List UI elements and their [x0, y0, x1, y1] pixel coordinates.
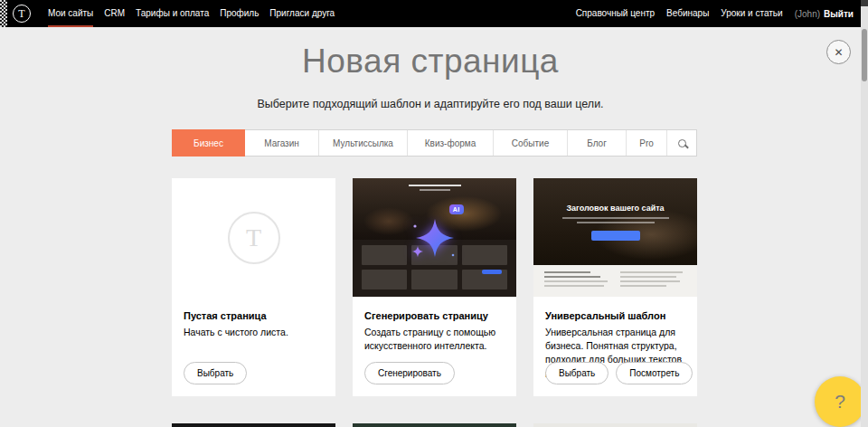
nav-my-sites[interactable]: Мои сайты: [48, 0, 93, 27]
tab-search[interactable]: [666, 130, 697, 156]
secondary-menu: Справочный центр Вебинары Уроки и статьи…: [576, 0, 854, 27]
logout-link[interactable]: Выйти: [824, 9, 854, 19]
preview-cta-button: [591, 231, 640, 241]
universal-template-preview: Заголовок вашего сайта: [533, 178, 697, 297]
preview-text-section: [533, 265, 697, 287]
decor-line: [544, 271, 590, 273]
template-card-partial: [533, 423, 697, 427]
tab-multilink[interactable]: Мультиссылка: [318, 130, 407, 156]
nav-tariffs-payment[interactable]: Тарифы и оплата: [136, 0, 209, 27]
preview-text-column: [620, 271, 687, 287]
decor-line: [620, 280, 680, 282]
template-card-blank: T Пустая страница Начать с чистого листа…: [172, 178, 335, 396]
template-card-ai-generate: AI Сгенерировать страницу Создать страни…: [353, 178, 516, 396]
preview-text-column: [544, 271, 611, 287]
partial-preview: [533, 423, 697, 427]
ai-star-icon: [408, 211, 462, 265]
template-category-tabs: Бизнес Магазин Мультиссылка Квиз-форма С…: [172, 129, 697, 157]
page-scrollbar[interactable]: [861, 0, 868, 427]
card-title: Универсальный шаблон: [533, 297, 697, 321]
decor-line: [409, 185, 461, 186]
template-card-universal: Заголовок вашего сайта: [533, 178, 697, 396]
nav-profile[interactable]: Профиль: [220, 0, 259, 27]
screen-edge-artifact: [0, 0, 7, 27]
preview-tile: [462, 245, 507, 265]
close-button[interactable]: ✕: [826, 40, 851, 64]
tab-pro[interactable]: Pro: [626, 130, 666, 156]
tilda-logo[interactable]: T: [13, 5, 31, 23]
scrollbar-top-cap: [861, 0, 868, 6]
template-card-partial: [353, 423, 516, 427]
decor-line: [544, 280, 608, 282]
decor-line: [544, 285, 604, 287]
decor-line: [620, 271, 684, 273]
decor-line: [620, 285, 666, 287]
preview-heading-lines: [353, 185, 516, 191]
generate-button[interactable]: Сгенерировать: [364, 362, 455, 384]
watermark-letter: T: [246, 223, 261, 252]
decor-line: [562, 217, 669, 219]
card-title: Пустая страница: [172, 297, 335, 321]
tab-event[interactable]: Событие: [493, 130, 567, 156]
nav-crm[interactable]: CRM: [104, 0, 125, 27]
tab-shop[interactable]: Магазин: [245, 130, 318, 156]
decor-line: [620, 276, 676, 278]
preview-site-heading: Заголовок вашего сайта: [566, 204, 664, 213]
preview-tile: [362, 245, 407, 265]
page-subtitle: Выберите подходящий шаблон и адаптируйте…: [0, 98, 861, 110]
nav-invite-friend[interactable]: Пригласи друга: [269, 0, 335, 27]
nav-lessons-articles[interactable]: Уроки и статьи: [721, 0, 782, 27]
tilda-watermark-icon: T: [228, 212, 280, 264]
user-session: (John) Выйти: [795, 9, 854, 19]
preview-hero-section: Заголовок вашего сайта: [533, 178, 697, 265]
partial-preview: [172, 423, 335, 427]
choose-blank-button[interactable]: Выбрать: [184, 362, 247, 384]
template-card-partial: [172, 423, 335, 427]
page-title: Новая страница: [0, 43, 861, 81]
help-button[interactable]: ?: [815, 376, 865, 427]
tab-business[interactable]: Бизнес: [172, 129, 245, 157]
card-actions: Сгенерировать: [364, 362, 455, 384]
card-actions: Выбрать Посмотреть: [545, 362, 693, 384]
view-universal-button[interactable]: Посмотреть: [616, 362, 693, 384]
decor-line: [544, 276, 600, 278]
decor-line: [420, 189, 450, 191]
preview-blue-button: [482, 270, 502, 274]
preview-tile: [411, 270, 457, 289]
ai-badge: AI: [449, 204, 464, 214]
tab-quiz-form[interactable]: Квиз-форма: [407, 130, 493, 156]
card-description: Начать с чистого листа.: [172, 321, 335, 339]
ai-generate-preview: AI: [353, 178, 516, 297]
nav-help-center[interactable]: Справочный центр: [576, 0, 655, 27]
card-title: Сгенерировать страницу: [353, 297, 516, 321]
preview-tile: [362, 270, 407, 289]
card-description: Создать страницу с помощью искусственног…: [353, 321, 516, 353]
nav-webinars[interactable]: Вебинары: [666, 0, 709, 27]
decor-line: [577, 222, 655, 223]
card-actions: Выбрать: [184, 362, 247, 384]
username: (John): [795, 9, 820, 19]
template-cards-row-2: [172, 423, 697, 427]
template-cards-row-1: T Пустая страница Начать с чистого листа…: [172, 178, 697, 396]
scrollbar-thumb[interactable]: [862, 29, 867, 81]
main-menu: Мои сайты CRM Тарифы и оплата Профиль Пр…: [48, 0, 335, 27]
choose-universal-button[interactable]: Выбрать: [545, 362, 609, 384]
partial-preview: [353, 423, 516, 427]
blank-page-preview: T: [172, 178, 335, 297]
tilda-logo-letter: T: [18, 7, 24, 21]
tab-blog[interactable]: Блог: [567, 130, 626, 156]
top-navbar: T Мои сайты CRM Тарифы и оплата Профиль …: [0, 0, 861, 27]
search-icon: [678, 139, 686, 147]
